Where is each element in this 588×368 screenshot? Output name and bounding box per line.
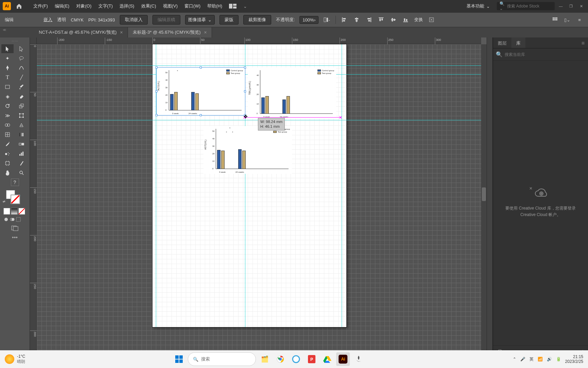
menu-help[interactable]: 帮助(H) xyxy=(204,3,226,9)
guide-vertical[interactable] xyxy=(342,44,342,327)
free-transform-tool-icon[interactable] xyxy=(15,111,28,120)
zoom-tool-icon[interactable] xyxy=(15,168,28,177)
ruler-horizontal[interactable]: -200 -150 0 50 100 150 200 250 300 xyxy=(37,37,481,44)
symbol-sprayer-tool-icon[interactable] xyxy=(1,149,14,158)
chevron-down-icon[interactable]: ⌄ xyxy=(240,4,250,9)
none-swatch[interactable] xyxy=(18,208,25,215)
panel-tab-layers[interactable]: 图层 xyxy=(493,37,511,48)
draw-behind-icon[interactable] xyxy=(10,217,15,222)
guide-vertical[interactable] xyxy=(156,44,156,327)
stock-search[interactable]: 🔍⌄ xyxy=(497,2,555,10)
viewport[interactable]: ALT(U/L) 0 10 20 30 40 50 * 0 week 24 we… xyxy=(37,44,481,352)
tray-battery-icon[interactable]: 🔋 xyxy=(556,357,561,362)
shape-builder-tool-icon[interactable] xyxy=(1,121,14,129)
doc-tab-2[interactable]: 未标题-3* @ 45.67% (CMYK/预览) × xyxy=(128,27,212,37)
close-tab-icon[interactable]: × xyxy=(120,30,123,35)
arrange-docs-icon[interactable] xyxy=(226,4,240,9)
type-tool-icon[interactable]: T xyxy=(1,73,14,82)
align-left-icon[interactable] xyxy=(341,16,348,24)
panel-menu-icon[interactable]: ≡ xyxy=(578,37,588,48)
stock-search-input[interactable] xyxy=(507,4,552,9)
collapsed-panel-strip[interactable] xyxy=(487,37,493,358)
home-icon[interactable] xyxy=(15,2,23,10)
isolate-icon[interactable] xyxy=(428,16,435,24)
color-swatch[interactable] xyxy=(3,208,10,215)
tray-mic-icon[interactable]: 🎤 xyxy=(520,357,525,362)
taskbar-app-icon[interactable] xyxy=(289,352,303,366)
taskbar-app2-icon[interactable] xyxy=(352,352,365,366)
menu-object[interactable]: 对象(O) xyxy=(73,3,95,9)
minimize-icon[interactable]: — xyxy=(557,3,565,10)
ruler-origin[interactable] xyxy=(30,37,37,44)
direct-selection-tool-icon[interactable] xyxy=(15,44,28,53)
tray-ime[interactable]: 英 xyxy=(529,356,534,362)
start-icon[interactable] xyxy=(172,352,186,366)
align-menu-icon[interactable]: ▯⌄ xyxy=(564,16,571,24)
draw-inside-icon[interactable] xyxy=(16,217,21,222)
library-search-input[interactable] xyxy=(505,52,585,57)
mesh-tool-icon[interactable] xyxy=(1,130,14,139)
menu-type[interactable]: 文字(T) xyxy=(95,3,116,9)
transform-label[interactable]: 变换 xyxy=(414,17,423,23)
rotate-tool-icon[interactable] xyxy=(1,102,14,110)
flip-dropdown-icon[interactable]: ⌄ xyxy=(323,16,331,24)
embed-label[interactable]: 嵌入 xyxy=(44,17,52,23)
guide-vertical[interactable] xyxy=(245,44,245,327)
align-vcenter-icon[interactable] xyxy=(390,16,397,24)
width-tool-icon[interactable]: ≫ xyxy=(1,111,14,120)
gradient-swatch[interactable] xyxy=(11,208,18,215)
tray-chevron-icon[interactable]: ⌃ xyxy=(513,357,516,362)
scale-tool-icon[interactable] xyxy=(15,102,28,110)
image-trace-dropdown[interactable]: 图像描摹⌄ xyxy=(185,15,215,25)
align-hcenter-icon[interactable] xyxy=(353,16,360,24)
screen-mode-icon[interactable] xyxy=(1,226,28,231)
menu-view[interactable]: 视图(V) xyxy=(160,3,181,9)
fill-stroke-swatch[interactable]: ⇄ xyxy=(1,189,28,206)
close-icon[interactable]: ✕ xyxy=(577,3,585,10)
more-tools-icon[interactable]: ••• xyxy=(1,234,28,241)
ruler-vertical[interactable]: 0 50 100 150 200 250 300 xyxy=(30,44,37,352)
workspace-switcher[interactable]: 基本功能 ⌄ xyxy=(462,3,494,9)
opacity-field[interactable]: 100%› xyxy=(299,16,318,24)
placed-image-tbil-chart[interactable]: TBIL(μmol/L) 0 10 20 30 40 0 week 24 wee… xyxy=(248,67,336,119)
tray-volume-icon[interactable]: 🔊 xyxy=(547,357,552,362)
taskbar-folder-icon[interactable]: 🗂️ xyxy=(258,352,272,366)
taskbar-search[interactable]: 🔍 搜索 xyxy=(188,352,256,366)
graph-tool-icon[interactable] xyxy=(15,149,28,158)
stroke-swatch[interactable] xyxy=(11,195,20,204)
taskbar-pdf-icon[interactable]: P xyxy=(305,352,318,366)
panel-menu-icon[interactable]: ≡ xyxy=(576,16,583,24)
shaper-tool-icon[interactable]: ◈ xyxy=(1,92,14,101)
magic-wand-tool-icon[interactable]: ✦ xyxy=(1,54,14,63)
crop-button[interactable]: 裁剪图像 xyxy=(243,15,271,25)
rectangle-tool-icon[interactable] xyxy=(1,82,14,91)
grid-view-icon[interactable] xyxy=(551,16,559,24)
taskbar-illustrator-icon[interactable]: Ai xyxy=(336,352,350,366)
taskbar-drive-icon[interactable] xyxy=(321,352,334,366)
maximize-icon[interactable]: ❐ xyxy=(567,3,575,10)
curvature-tool-icon[interactable] xyxy=(15,63,28,72)
mask-button[interactable]: 蒙版 xyxy=(219,15,239,25)
paintbrush-tool-icon[interactable] xyxy=(15,82,28,91)
align-right-icon[interactable] xyxy=(365,16,373,24)
gradient-tool-icon[interactable] xyxy=(15,130,28,139)
unembed-button[interactable]: 取消嵌入 xyxy=(120,15,148,25)
close-tab-icon[interactable]: × xyxy=(204,30,207,35)
placed-image-ast-chart[interactable]: AST(U/L) 0 10 20 30 40 50 * * * 0 week 2… xyxy=(203,126,292,174)
slice-tool-icon[interactable] xyxy=(15,159,28,168)
selection-tool-icon[interactable] xyxy=(1,44,14,53)
edit-toolbar-icon[interactable]: ? xyxy=(11,179,19,186)
eraser-tool-icon[interactable] xyxy=(15,92,28,101)
placed-image-alt-chart[interactable]: ALT(U/L) 0 10 20 30 40 50 * 0 week 24 we… xyxy=(157,67,245,115)
taskbar-weather[interactable]: -1°C 晴朗 xyxy=(5,354,25,365)
tray-wifi-icon[interactable]: 📶 xyxy=(538,357,543,362)
guide-horizontal[interactable] xyxy=(37,65,481,66)
scrollbar-vertical[interactable] xyxy=(481,44,487,352)
expand-panels-icon[interactable]: ≪ xyxy=(3,28,6,32)
eyedropper-tool-icon[interactable] xyxy=(1,140,14,149)
artboard-tool-icon[interactable] xyxy=(1,159,14,168)
line-tool-icon[interactable]: ╱ xyxy=(15,73,28,82)
align-top-icon[interactable] xyxy=(377,16,385,24)
taskbar-chrome-icon[interactable] xyxy=(274,352,287,366)
pen-tool-icon[interactable] xyxy=(1,63,14,72)
